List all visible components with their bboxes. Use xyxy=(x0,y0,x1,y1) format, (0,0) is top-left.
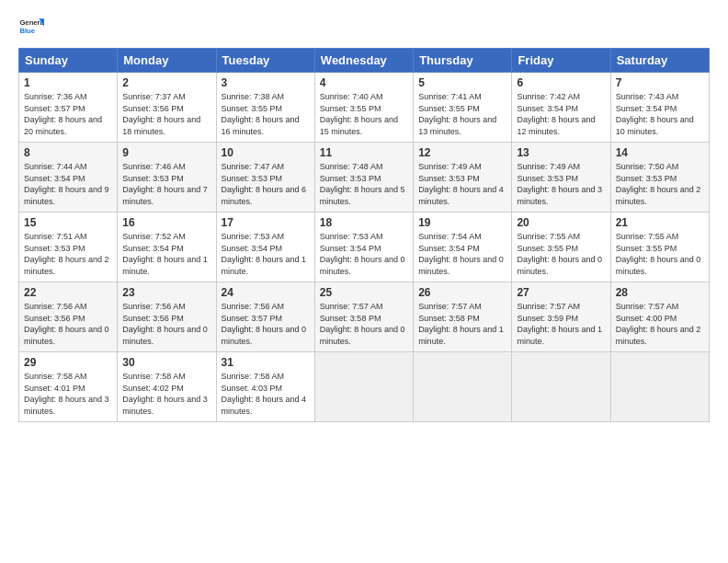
calendar-week-3: 15Sunrise: 7:51 AMSunset: 3:53 PMDayligh… xyxy=(19,213,710,282)
calendar-cell: 13Sunrise: 7:49 AMSunset: 3:53 PMDayligh… xyxy=(512,143,610,213)
calendar-cell: 26Sunrise: 7:57 AMSunset: 3:58 PMDayligh… xyxy=(414,282,512,352)
day-number: 17 xyxy=(222,216,310,229)
day-number: 16 xyxy=(122,216,210,229)
calendar-cell: 22Sunrise: 7:56 AMSunset: 3:56 PMDayligh… xyxy=(19,282,118,352)
weekday-header-friday: Friday xyxy=(512,49,610,73)
calendar-cell: 10Sunrise: 7:47 AMSunset: 3:53 PMDayligh… xyxy=(216,143,314,213)
day-info: Sunrise: 7:52 AMSunset: 3:54 PMDaylight:… xyxy=(122,231,210,277)
day-number: 11 xyxy=(320,146,408,159)
calendar-cell: 1Sunrise: 7:36 AMSunset: 3:57 PMDaylight… xyxy=(19,73,118,143)
calendar-week-4: 22Sunrise: 7:56 AMSunset: 3:56 PMDayligh… xyxy=(19,282,710,352)
day-number: 4 xyxy=(320,76,408,89)
day-info: Sunrise: 7:53 AMSunset: 3:54 PMDaylight:… xyxy=(222,231,310,277)
day-number: 6 xyxy=(517,76,605,89)
day-number: 23 xyxy=(122,286,210,299)
day-info: Sunrise: 7:49 AMSunset: 3:53 PMDaylight:… xyxy=(418,161,506,207)
calendar-cell: 11Sunrise: 7:48 AMSunset: 3:53 PMDayligh… xyxy=(314,143,413,213)
day-number: 29 xyxy=(24,356,112,369)
day-number: 25 xyxy=(320,286,408,299)
day-number: 8 xyxy=(24,146,112,159)
calendar-cell: 6Sunrise: 7:42 AMSunset: 3:54 PMDaylight… xyxy=(512,73,610,143)
calendar-cell xyxy=(414,352,512,422)
day-number: 28 xyxy=(616,286,704,299)
day-info: Sunrise: 7:43 AMSunset: 3:54 PMDaylight:… xyxy=(616,91,704,137)
day-number: 2 xyxy=(122,76,210,89)
day-info: Sunrise: 7:50 AMSunset: 3:53 PMDaylight:… xyxy=(616,161,704,207)
day-info: Sunrise: 7:46 AMSunset: 3:53 PMDaylight:… xyxy=(122,161,210,207)
day-number: 27 xyxy=(517,286,605,299)
day-number: 24 xyxy=(222,286,310,299)
day-info: Sunrise: 7:55 AMSunset: 3:55 PMDaylight:… xyxy=(517,231,605,277)
day-number: 19 xyxy=(418,216,506,229)
day-number: 10 xyxy=(222,146,310,159)
day-info: Sunrise: 7:56 AMSunset: 3:56 PMDaylight:… xyxy=(122,301,210,347)
day-number: 5 xyxy=(418,76,506,89)
weekday-header-row: SundayMondayTuesdayWednesdayThursdayFrid… xyxy=(19,49,710,73)
calendar-cell: 12Sunrise: 7:49 AMSunset: 3:53 PMDayligh… xyxy=(414,143,512,213)
day-info: Sunrise: 7:57 AMSunset: 3:58 PMDaylight:… xyxy=(418,301,506,347)
day-info: Sunrise: 7:51 AMSunset: 3:53 PMDaylight:… xyxy=(24,231,112,277)
day-number: 15 xyxy=(24,216,112,229)
day-info: Sunrise: 7:53 AMSunset: 3:54 PMDaylight:… xyxy=(320,231,408,277)
calendar-cell: 20Sunrise: 7:55 AMSunset: 3:55 PMDayligh… xyxy=(512,213,610,282)
day-info: Sunrise: 7:56 AMSunset: 3:57 PMDaylight:… xyxy=(222,301,310,347)
day-info: Sunrise: 7:57 AMSunset: 4:00 PMDaylight:… xyxy=(616,301,704,347)
calendar-cell xyxy=(610,352,709,422)
day-number: 22 xyxy=(24,286,112,299)
calendar-cell xyxy=(512,352,610,422)
weekday-header-saturday: Saturday xyxy=(610,49,709,73)
calendar-cell: 8Sunrise: 7:44 AMSunset: 3:54 PMDaylight… xyxy=(19,143,118,213)
day-number: 30 xyxy=(122,356,210,369)
day-info: Sunrise: 7:57 AMSunset: 3:59 PMDaylight:… xyxy=(517,301,605,347)
calendar-cell: 2Sunrise: 7:37 AMSunset: 3:56 PMDaylight… xyxy=(118,73,216,143)
calendar-table: SundayMondayTuesdayWednesdayThursdayFrid… xyxy=(18,48,710,422)
calendar-cell xyxy=(314,352,413,422)
page: GeneralBlue SundayMondayTuesdayWednesday… xyxy=(0,0,728,431)
day-number: 18 xyxy=(320,216,408,229)
day-info: Sunrise: 7:41 AMSunset: 3:55 PMDaylight:… xyxy=(418,91,506,137)
day-info: Sunrise: 7:44 AMSunset: 3:54 PMDaylight:… xyxy=(24,161,112,207)
day-number: 1 xyxy=(24,76,112,89)
logo: GeneralBlue xyxy=(18,15,44,40)
calendar-cell: 19Sunrise: 7:54 AMSunset: 3:54 PMDayligh… xyxy=(414,213,512,282)
calendar-cell: 15Sunrise: 7:51 AMSunset: 3:53 PMDayligh… xyxy=(19,213,118,282)
day-number: 9 xyxy=(122,146,210,159)
calendar-cell: 23Sunrise: 7:56 AMSunset: 3:56 PMDayligh… xyxy=(118,282,216,352)
day-info: Sunrise: 7:56 AMSunset: 3:56 PMDaylight:… xyxy=(24,301,112,347)
calendar-cell: 21Sunrise: 7:55 AMSunset: 3:55 PMDayligh… xyxy=(610,213,709,282)
day-info: Sunrise: 7:54 AMSunset: 3:54 PMDaylight:… xyxy=(418,231,506,277)
day-info: Sunrise: 7:47 AMSunset: 3:53 PMDaylight:… xyxy=(222,161,310,207)
calendar-week-2: 8Sunrise: 7:44 AMSunset: 3:54 PMDaylight… xyxy=(19,143,710,213)
day-number: 13 xyxy=(517,146,605,159)
weekday-header-monday: Monday xyxy=(118,49,216,73)
calendar-cell: 25Sunrise: 7:57 AMSunset: 3:58 PMDayligh… xyxy=(314,282,413,352)
day-info: Sunrise: 7:42 AMSunset: 3:54 PMDaylight:… xyxy=(517,91,605,137)
day-number: 3 xyxy=(222,76,310,89)
day-number: 14 xyxy=(616,146,704,159)
calendar-cell: 29Sunrise: 7:58 AMSunset: 4:01 PMDayligh… xyxy=(19,352,118,422)
day-info: Sunrise: 7:58 AMSunset: 4:01 PMDaylight:… xyxy=(24,371,112,417)
calendar-cell: 30Sunrise: 7:58 AMSunset: 4:02 PMDayligh… xyxy=(118,352,216,422)
header: GeneralBlue xyxy=(18,15,710,40)
day-number: 12 xyxy=(418,146,506,159)
day-info: Sunrise: 7:36 AMSunset: 3:57 PMDaylight:… xyxy=(24,91,112,137)
day-number: 31 xyxy=(222,356,310,369)
weekday-header-wednesday: Wednesday xyxy=(314,49,413,73)
day-number: 7 xyxy=(616,76,704,89)
weekday-header-sunday: Sunday xyxy=(19,49,118,73)
calendar-cell: 14Sunrise: 7:50 AMSunset: 3:53 PMDayligh… xyxy=(610,143,709,213)
day-number: 26 xyxy=(418,286,506,299)
calendar-cell: 9Sunrise: 7:46 AMSunset: 3:53 PMDaylight… xyxy=(118,143,216,213)
day-info: Sunrise: 7:57 AMSunset: 3:58 PMDaylight:… xyxy=(320,301,408,347)
day-info: Sunrise: 7:49 AMSunset: 3:53 PMDaylight:… xyxy=(517,161,605,207)
calendar-week-5: 29Sunrise: 7:58 AMSunset: 4:01 PMDayligh… xyxy=(19,352,710,422)
calendar-cell: 7Sunrise: 7:43 AMSunset: 3:54 PMDaylight… xyxy=(610,73,709,143)
weekday-header-thursday: Thursday xyxy=(414,49,512,73)
day-info: Sunrise: 7:58 AMSunset: 4:02 PMDaylight:… xyxy=(122,371,210,417)
day-info: Sunrise: 7:55 AMSunset: 3:55 PMDaylight:… xyxy=(616,231,704,277)
calendar-cell: 17Sunrise: 7:53 AMSunset: 3:54 PMDayligh… xyxy=(216,213,314,282)
day-info: Sunrise: 7:37 AMSunset: 3:56 PMDaylight:… xyxy=(122,91,210,137)
calendar-cell: 27Sunrise: 7:57 AMSunset: 3:59 PMDayligh… xyxy=(512,282,610,352)
calendar-cell: 24Sunrise: 7:56 AMSunset: 3:57 PMDayligh… xyxy=(216,282,314,352)
calendar-cell: 16Sunrise: 7:52 AMSunset: 3:54 PMDayligh… xyxy=(118,213,216,282)
